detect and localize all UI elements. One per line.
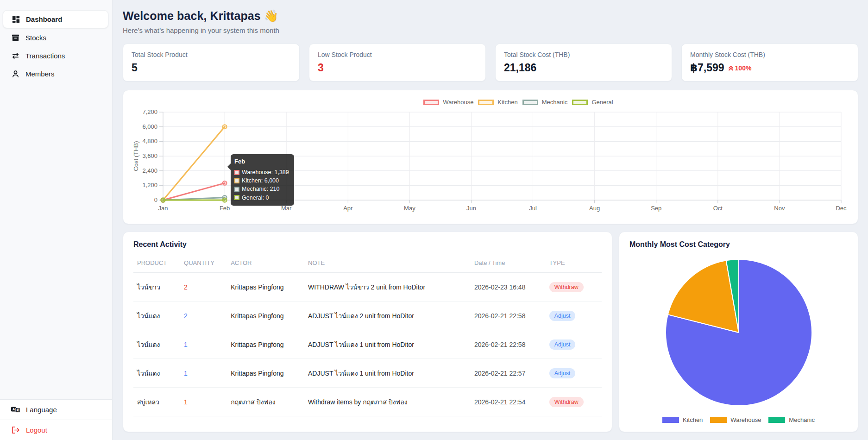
table-row: ไวน์แดง2Krittapas PingfongADJUST ไวน์แดง… xyxy=(133,302,602,330)
pie-legend-item-warehouse[interactable]: Warehouse xyxy=(710,416,761,423)
stat-label: Total Stock Product xyxy=(132,51,291,58)
sidebar-item-members[interactable]: Members xyxy=(3,65,108,82)
pie-legend-item-mechanic[interactable]: Mechanic xyxy=(768,416,815,423)
tooltip-key-swatch xyxy=(234,195,239,200)
svg-text:Dec: Dec xyxy=(836,205,847,212)
column-header: Date / Time xyxy=(471,253,546,273)
table-row: สบู่เหลว1กฤตภาส ปิงฟองWithdraw items by … xyxy=(133,388,602,416)
table-row: ไวน์แดง1Krittapas PingfongADJUST ไวน์แดง… xyxy=(133,359,602,388)
datetime-cell: 2026-02-23 16:48 xyxy=(471,273,546,302)
svg-text:7,200: 7,200 xyxy=(142,108,157,115)
product-cell: ไวน์แดง xyxy=(133,359,180,388)
actor-cell: กฤตภาส ปิงฟอง xyxy=(227,388,304,416)
activity-table-header: PRODUCTQUANTITYACTORNOTEDate / TimeTYPE xyxy=(133,253,602,273)
tooltip-text: General: 0 xyxy=(242,194,269,202)
quantity-cell: 1 xyxy=(180,388,227,416)
legend-label: Warehouse xyxy=(730,416,761,423)
svg-text:Feb: Feb xyxy=(220,205,230,212)
legend-item-kitchen[interactable]: Kitchen xyxy=(478,99,517,106)
transactions-icon xyxy=(11,51,20,60)
tooltip-text: Warehouse: 1,389 xyxy=(242,168,289,176)
stocks-icon xyxy=(11,33,20,42)
legend-item-warehouse[interactable]: Warehouse xyxy=(423,99,473,106)
product-cell: ไวน์ขาว xyxy=(133,273,180,302)
pie-legend-item-kitchen[interactable]: Kitchen xyxy=(662,416,703,423)
svg-text:Oct: Oct xyxy=(713,205,723,212)
type-badge: Adjust xyxy=(549,368,576,378)
pie-card-title: Monthly Most Cost Category xyxy=(629,240,848,249)
datetime-cell: 2026-02-21 22:58 xyxy=(471,330,546,359)
tooltip-row: Kitchen: 6,000 xyxy=(234,176,289,185)
legend-swatch xyxy=(710,417,727,423)
tooltip-key-swatch xyxy=(234,187,239,192)
svg-text:May: May xyxy=(404,205,415,212)
type-badge: Withdraw xyxy=(549,282,584,292)
svg-text:Mar: Mar xyxy=(281,205,292,212)
sidebar-item-dashboard[interactable]: Dashboard xyxy=(3,10,108,28)
page-subtitle: Here’s what’s happening in your system t… xyxy=(123,26,858,34)
actor-cell: Krittapas Pingfong xyxy=(227,359,304,388)
stat-value: 21,186 xyxy=(504,62,663,74)
legend-swatch xyxy=(423,100,439,105)
actor-cell: Krittapas Pingfong xyxy=(227,302,304,330)
legend-swatch xyxy=(522,100,538,105)
legend-label: Kitchen xyxy=(497,99,517,106)
quantity-cell: 2 xyxy=(180,302,227,330)
logout-button[interactable]: Logout xyxy=(0,420,112,440)
bottom-row: Recent Activity PRODUCTQUANTITYACTORNOTE… xyxy=(123,232,858,432)
stat-label: Low Stock Product xyxy=(318,51,477,58)
type-cell: Adjust xyxy=(546,359,602,388)
legend-label: Mechanic xyxy=(542,99,568,106)
column-header: TYPE xyxy=(546,253,602,273)
quantity-cell: 1 xyxy=(180,330,227,359)
tooltip-title: Feb xyxy=(234,157,289,166)
type-badge: Adjust xyxy=(549,311,576,321)
logout-icon xyxy=(11,427,20,434)
actor-cell: Krittapas Pingfong xyxy=(227,273,304,302)
legend-swatch xyxy=(768,417,785,423)
datetime-cell: 2026-02-21 22:54 xyxy=(471,388,546,416)
tooltip-text: Kitchen: 6,000 xyxy=(242,176,279,185)
tooltip-row: Warehouse: 1,389 xyxy=(234,168,289,176)
svg-text:3,600: 3,600 xyxy=(142,152,157,159)
note-cell: WITHDRAW ไวน์ขาว 2 unit from HoDitor xyxy=(304,273,471,302)
svg-text:A: A xyxy=(13,407,15,411)
sidebar-bottom: Aตั Language Logout xyxy=(0,399,112,440)
sidebar-item-transactions[interactable]: Transactions xyxy=(3,47,108,64)
svg-text:Jun: Jun xyxy=(466,205,476,212)
legend-item-general[interactable]: General xyxy=(572,99,613,106)
type-cell: Adjust xyxy=(546,302,602,330)
svg-text:0: 0 xyxy=(154,196,157,203)
recent-activity-title: Recent Activity xyxy=(133,240,602,249)
note-cell: ADJUST ไวน์แดง 2 unit from HoDitor xyxy=(304,302,471,330)
members-icon xyxy=(11,69,20,78)
product-cell: ไวน์แดง xyxy=(133,302,180,330)
stat-card-monthly-cost: Monthly Stock Cost (THB) ฿7,599 100% xyxy=(681,44,858,82)
stat-label: Monthly Stock Cost (THB) xyxy=(690,51,849,58)
wave-emoji: 👋 xyxy=(264,9,278,22)
sidebar: Dashboard Stocks Transactions Members Aต… xyxy=(0,0,113,440)
svg-text:1,200: 1,200 xyxy=(142,182,157,189)
sidebar-item-stocks[interactable]: Stocks xyxy=(3,29,108,46)
line-chart[interactable]: 01,2002,4003,6004,8006,0007,200JanFebMar… xyxy=(131,107,850,214)
chart-tooltip: FebWarehouse: 1,389Kitchen: 6,000Mechani… xyxy=(231,154,294,205)
tooltip-key-swatch xyxy=(234,178,239,183)
pie-chart[interactable] xyxy=(629,249,848,416)
column-header: PRODUCT xyxy=(133,253,180,273)
sidebar-item-label: Members xyxy=(25,70,55,78)
legend-swatch xyxy=(572,100,588,105)
cost-line-chart-card: WarehouseKitchenMechanicGeneral 01,2002,… xyxy=(123,90,858,224)
language-icon: Aตั xyxy=(11,406,20,414)
column-header: QUANTITY xyxy=(180,253,227,273)
svg-text:Cost (THB): Cost (THB) xyxy=(132,141,139,171)
datetime-cell: 2026-02-21 22:57 xyxy=(471,359,546,388)
sidebar-item-label: Transactions xyxy=(25,52,65,60)
table-row: ไวน์แดง1Krittapas PingfongADJUST ไวน์แดง… xyxy=(133,330,602,359)
legend-label: Mechanic xyxy=(789,416,815,423)
main-content: Welcome back, Krittapas 👋 Here’s what’s … xyxy=(113,0,868,440)
legend-item-mechanic[interactable]: Mechanic xyxy=(522,99,568,106)
legend-swatch xyxy=(478,100,494,105)
chevrons-up-icon xyxy=(728,65,734,71)
language-button[interactable]: Aตั Language xyxy=(0,399,112,420)
recent-activity-card: Recent Activity PRODUCTQUANTITYACTORNOTE… xyxy=(123,232,612,432)
